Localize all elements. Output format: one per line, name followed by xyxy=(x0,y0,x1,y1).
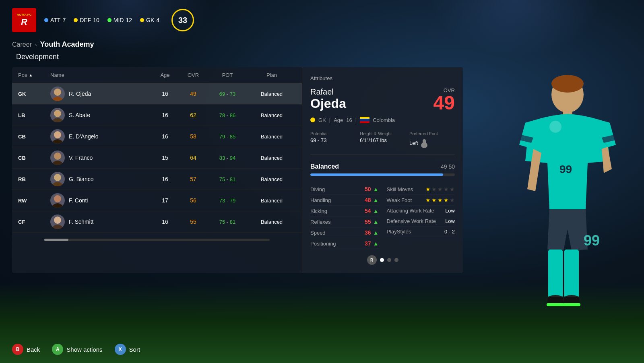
attr-name: Positioning xyxy=(310,241,336,247)
player-meta: GK | Age 16 | Colombia xyxy=(310,117,455,123)
player-plan: Balanced xyxy=(248,91,296,97)
col-pos: Pos ▲ xyxy=(18,72,50,78)
player-name: E. D'Angelo xyxy=(69,133,99,140)
attributes-header: Attributes xyxy=(310,75,455,81)
player-table: Pos ▲ Name Age OVR POT Plan GK R. Ojeda xyxy=(12,67,302,273)
attr-value: 36 xyxy=(361,229,371,236)
player-pos: LB xyxy=(18,112,50,118)
player-plan: Balanced xyxy=(248,176,296,182)
player-name: G. Bianco xyxy=(69,176,93,182)
attr-value: 55 xyxy=(361,219,371,225)
b-button-icon: B xyxy=(12,344,23,355)
progress-fill xyxy=(310,173,443,176)
attr-right-name: Skill Moves xyxy=(387,186,413,192)
attr-row: Speed 36 ▲ xyxy=(310,227,379,238)
attr-right-value: Low xyxy=(445,208,455,214)
player-name: S. Abate xyxy=(69,112,90,118)
attr-right-value: Low xyxy=(445,218,455,224)
player-ovr: 56 xyxy=(179,197,207,204)
page-nav-left[interactable]: R xyxy=(367,255,377,265)
attr-right-name: Attacking Work Rate xyxy=(387,208,434,214)
table-scroll-thumb[interactable] xyxy=(44,239,68,241)
sort-arrow: ▲ xyxy=(29,73,33,77)
player-name-cell: E. D'Angelo xyxy=(50,129,151,144)
attrs-left: Diving 50 ▲ Handling 48 ▲ xyxy=(310,184,379,249)
meta-separator: | xyxy=(329,117,330,123)
breadcrumb: Career › Youth Academy xyxy=(12,40,632,49)
table-row[interactable]: LB S. Abate 16 62 78 - 86 Balanced xyxy=(12,105,302,126)
main-panels: Pos ▲ Name Age OVR POT Plan GK R. Ojeda xyxy=(12,67,632,273)
attr-right-value: 0 - 2 xyxy=(444,229,455,235)
attr-right-name: PlayStyles xyxy=(387,229,411,235)
player-avatar xyxy=(50,108,65,122)
def-label: DEF xyxy=(80,17,91,23)
player-pot: 69 - 73 xyxy=(207,91,248,97)
attributes-panel: Attributes Rafael Ojeda OVR 49 GK | Age … xyxy=(302,67,463,273)
table-row[interactable]: CB V. Franco 15 64 83 - 94 Balanced xyxy=(12,147,302,169)
player-age: 17 xyxy=(151,197,179,204)
age-header: Age xyxy=(151,72,179,78)
club-name-top: ROMA FC xyxy=(17,13,31,17)
player-pot: 78 - 86 xyxy=(207,112,248,118)
table-row[interactable]: GK R. Ojeda 16 49 69 - 73 Balanced xyxy=(12,83,302,105)
attr-value-group: 54 ▲ xyxy=(361,208,379,214)
attr-name: Speed xyxy=(310,230,326,236)
table-scrollbar[interactable] xyxy=(44,239,270,241)
player-avatar xyxy=(50,193,65,208)
player-first-name: Rafael xyxy=(310,87,346,97)
squad-stats: ATT 7 DEF 10 MID 12 GK 4 33 xyxy=(44,9,194,31)
player-pot: 79 - 85 xyxy=(207,134,248,140)
svg-point-21 xyxy=(52,161,63,165)
attr-right-row: Defensive Work Rate Low xyxy=(387,216,455,227)
a-label: A xyxy=(56,346,60,352)
a-button-icon: A xyxy=(52,344,63,355)
svg-point-26 xyxy=(54,217,61,224)
table-row[interactable]: CF F. Schmitt 16 55 75 - 81 Balanced xyxy=(12,211,302,233)
attr-right-name: Defensive Work Rate xyxy=(387,218,436,224)
page-dot-1 xyxy=(380,258,384,262)
pos-header: Pos xyxy=(18,72,27,78)
player-avatar xyxy=(50,214,65,229)
dev-plan-header: Balanced 49 50 xyxy=(310,163,455,170)
gk-value: 4 xyxy=(156,17,159,23)
gk-dot xyxy=(140,18,144,22)
attrs-columns: Diving 50 ▲ Handling 48 ▲ xyxy=(310,184,455,249)
player-age: 16 xyxy=(151,91,179,97)
svg-point-24 xyxy=(54,195,61,202)
sort-button[interactable]: X Sort xyxy=(115,344,140,355)
attr-right-row: Attacking Work Rate Low xyxy=(387,206,455,216)
pot-low: 69 xyxy=(219,91,225,97)
age-label: Age xyxy=(334,117,343,123)
overall-value: 33 xyxy=(178,16,187,25)
player-pos: CF xyxy=(18,219,50,225)
meta-separator2: | xyxy=(355,117,357,123)
player-avatar xyxy=(50,172,65,186)
svg-point-14 xyxy=(54,89,61,96)
player-age-detail: 16 xyxy=(346,117,352,123)
dev-next: 50 xyxy=(448,163,455,170)
bottom-controls: B Back A Show actions X Sort xyxy=(12,344,140,355)
player-plan: Balanced xyxy=(248,198,296,204)
player-ovr: 55 xyxy=(179,219,207,225)
section-title: Development xyxy=(16,53,632,61)
player-name-cell: F. Conti xyxy=(50,193,151,208)
player-age: 16 xyxy=(151,112,179,118)
skill-moves-stars: ★ ★ ★ ★ ★ xyxy=(425,186,455,192)
show-actions-button[interactable]: A Show actions xyxy=(52,344,102,355)
x-button-icon: X xyxy=(115,344,126,355)
table-row[interactable]: CB E. D'Angelo 16 58 79 - 85 Balanced xyxy=(12,126,302,147)
player-age: 16 xyxy=(151,219,179,225)
player-age: 15 xyxy=(151,155,179,161)
player-position: GK xyxy=(318,117,326,123)
pot-high: 73 xyxy=(230,91,235,97)
back-button[interactable]: B Back xyxy=(12,344,40,355)
player-avatar xyxy=(50,129,65,144)
table-row[interactable]: RB G. Bianco 16 57 75 - 81 Balanced xyxy=(12,169,302,190)
att-label: ATT xyxy=(50,17,60,23)
player-pos: RB xyxy=(18,176,50,182)
player-pos: RW xyxy=(18,198,50,204)
x-label: X xyxy=(119,346,122,352)
table-row[interactable]: RW F. Conti 17 56 73 - 79 Balanced xyxy=(12,190,302,211)
hw-value: 6'1"/167 lbs xyxy=(360,137,405,143)
breadcrumb-arrow: › xyxy=(35,41,37,48)
